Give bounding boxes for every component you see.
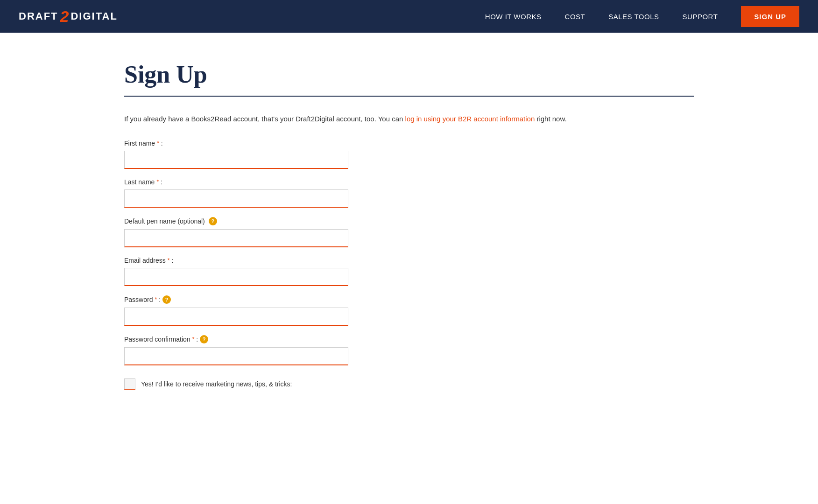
- nav-how-it-works[interactable]: HOW IT WORKS: [485, 13, 542, 21]
- first-name-required: *: [157, 140, 159, 147]
- password-confirm-group: Password confirmation*: ?: [124, 335, 348, 365]
- logo-draft: DRAFT: [19, 10, 58, 22]
- password-label: Password*: ?: [124, 295, 348, 304]
- pen-name-label-text: Default pen name (optional): [124, 217, 205, 225]
- password-help-icon[interactable]: ?: [162, 295, 171, 304]
- logo[interactable]: DRAFT 2 DIGITAL: [19, 8, 118, 24]
- b2r-login-link[interactable]: log in using your B2R account informatio…: [405, 115, 535, 123]
- marketing-checkbox[interactable]: [124, 378, 135, 390]
- pen-name-input[interactable]: [124, 229, 348, 247]
- title-divider: [124, 96, 694, 97]
- password-confirm-required: *: [192, 336, 195, 343]
- first-name-input[interactable]: [124, 151, 348, 169]
- email-label-text: Email address: [124, 257, 166, 264]
- nav-links: HOW IT WORKS COST SALES TOOLS SUPPORT SI…: [485, 6, 799, 27]
- navigation: DRAFT 2 DIGITAL HOW IT WORKS COST SALES …: [0, 0, 818, 33]
- last-name-label: Last name*:: [124, 178, 348, 186]
- password-group: Password*: ?: [124, 295, 348, 326]
- first-name-group: First name*:: [124, 140, 348, 169]
- intro-paragraph: If you already have a Books2Read account…: [124, 113, 694, 125]
- first-name-label-text: First name: [124, 140, 155, 147]
- main-content: Sign Up If you already have a Books2Read…: [106, 33, 712, 418]
- last-name-group: Last name*:: [124, 178, 348, 208]
- intro-text-after: right now.: [535, 115, 566, 123]
- pen-name-help-icon[interactable]: ?: [209, 217, 217, 225]
- password-input[interactable]: [124, 308, 348, 326]
- pen-name-label: Default pen name (optional) ?: [124, 217, 348, 225]
- last-name-required: *: [156, 179, 159, 185]
- logo-digital: DIGITAL: [71, 10, 117, 22]
- password-confirm-label: Password confirmation*: ?: [124, 335, 348, 343]
- email-input[interactable]: [124, 268, 348, 286]
- nav-cost[interactable]: COST: [565, 13, 585, 21]
- email-label: Email address*:: [124, 257, 348, 264]
- pen-name-group: Default pen name (optional) ?: [124, 217, 348, 247]
- password-confirm-input[interactable]: [124, 347, 348, 365]
- email-required: *: [168, 257, 170, 264]
- logo-number: 2: [60, 8, 69, 24]
- page-title: Sign Up: [124, 61, 694, 88]
- nav-support[interactable]: SUPPORT: [683, 13, 718, 21]
- password-confirm-help-icon[interactable]: ?: [200, 335, 208, 343]
- password-confirm-label-text: Password confirmation: [124, 336, 190, 343]
- nav-signup-button[interactable]: SIGN UP: [741, 6, 799, 27]
- first-name-label: First name*:: [124, 140, 348, 147]
- intro-text-before: If you already have a Books2Read account…: [124, 115, 405, 123]
- password-required: *: [155, 296, 157, 303]
- last-name-input[interactable]: [124, 189, 348, 208]
- password-label-text: Password: [124, 296, 153, 303]
- marketing-checkbox-label: Yes! I'd like to receive marketing news,…: [141, 380, 292, 388]
- signup-form: First name*: Last name*: Default pen nam…: [124, 140, 348, 390]
- nav-sales-tools[interactable]: SALES TOOLS: [608, 13, 659, 21]
- email-group: Email address*:: [124, 257, 348, 286]
- last-name-label-text: Last name: [124, 178, 155, 186]
- marketing-checkbox-group: Yes! I'd like to receive marketing news,…: [124, 378, 348, 390]
